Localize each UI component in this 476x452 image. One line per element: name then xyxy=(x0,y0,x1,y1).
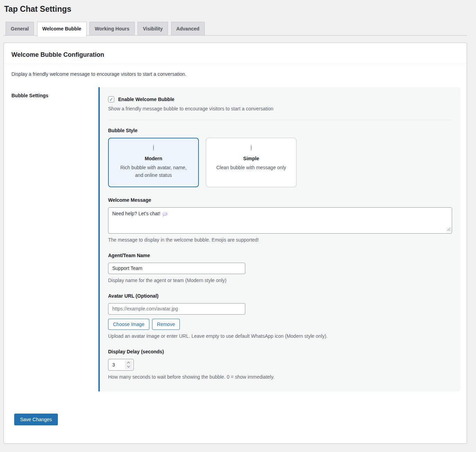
section-title: Welcome Bubble Configuration xyxy=(11,51,459,58)
enable-welcome-bubble-label: Enable Welcome Bubble xyxy=(118,97,174,102)
agent-name-help: Display name for the agent or team (Mode… xyxy=(108,278,452,283)
tab-working-hours[interactable]: Working Hours xyxy=(89,22,134,36)
chevron-down-icon xyxy=(127,365,130,368)
section-description: Display a friendly welcome message to en… xyxy=(4,64,467,77)
radio-modern-icon xyxy=(153,145,154,151)
agent-name-field: Agent/Team Name Display name for the age… xyxy=(108,253,452,283)
tab-welcome-bubble[interactable]: Welcome Bubble xyxy=(37,22,87,37)
style-option-description: Clean bubble with message only xyxy=(214,164,289,171)
radio-simple-icon xyxy=(251,145,252,151)
welcome-message-textarea[interactable]: Need help? Let's chat! xyxy=(108,207,452,234)
resize-grip-icon[interactable] xyxy=(447,227,451,232)
choose-image-button[interactable]: Choose Image xyxy=(108,319,149,330)
avatar-url-field: Avatar URL (Optional) Choose Image Remov… xyxy=(108,293,452,339)
welcome-message-value: Need help? Let's chat! xyxy=(112,211,160,216)
style-option-description: Rich bubble with avatar, name, and onlin… xyxy=(116,164,191,179)
display-delay-value: 3 xyxy=(108,362,115,368)
bubble-settings-panel: Enable Welcome Bubble Show a friendly me… xyxy=(98,87,460,391)
avatar-url-help: Upload an avatar image or enter URL. Lea… xyxy=(108,333,452,339)
number-spinner[interactable] xyxy=(125,360,132,369)
agent-name-input[interactable] xyxy=(108,263,245,274)
settings-row: Bubble Settings Enable Welcome Bubble Sh… xyxy=(4,87,467,391)
admin-page: Tap Chat Settings General Welcome Bubble… xyxy=(0,0,476,444)
tab-advanced[interactable]: Advanced xyxy=(171,22,205,36)
welcome-message-field: Welcome Message Need help? Let's chat! T… xyxy=(108,197,452,243)
remove-image-button[interactable]: Remove xyxy=(152,319,180,330)
bubble-style-options: Modern Rich bubble with avatar, name, an… xyxy=(108,138,452,187)
enable-description: Show a friendly message bubble to encour… xyxy=(108,106,452,111)
avatar-url-label: Avatar URL (Optional) xyxy=(108,293,452,299)
enable-welcome-bubble-checkbox[interactable] xyxy=(108,96,114,102)
card-header: Welcome Bubble Configuration xyxy=(4,43,467,64)
avatar-url-input[interactable] xyxy=(108,303,245,315)
avatar-buttons: Choose Image Remove xyxy=(108,319,452,330)
settings-card: Welcome Bubble Configuration Display a f… xyxy=(3,43,467,444)
display-delay-label: Display Delay (seconds) xyxy=(108,349,452,354)
style-option-simple[interactable]: Simple Clean bubble with message only xyxy=(206,138,297,187)
welcome-message-help: The message to display in the welcome bu… xyxy=(108,237,452,243)
save-changes-button[interactable]: Save Changes xyxy=(14,414,58,425)
speech-balloon-emoji xyxy=(162,212,168,216)
row-label: Bubble Settings xyxy=(11,87,98,391)
enable-welcome-bubble-row: Enable Welcome Bubble xyxy=(108,96,452,102)
style-option-title: Modern xyxy=(116,156,191,161)
display-delay-input[interactable]: 3 xyxy=(108,359,134,371)
tab-visibility[interactable]: Visibility xyxy=(138,22,168,36)
divider xyxy=(108,120,452,120)
tab-general[interactable]: General xyxy=(6,22,34,36)
style-option-title: Simple xyxy=(214,156,289,161)
bubble-style-label: Bubble Style xyxy=(108,128,452,133)
welcome-message-label: Welcome Message xyxy=(108,197,452,203)
style-option-modern[interactable]: Modern Rich bubble with avatar, name, an… xyxy=(108,138,199,187)
display-delay-help: How many seconds to wait before showing … xyxy=(108,374,452,380)
page-title: Tap Chat Settings xyxy=(3,0,467,15)
settings-tabs: General Welcome Bubble Working Hours Vis… xyxy=(3,22,467,36)
display-delay-field: Display Delay (seconds) 3 How many secon… xyxy=(108,349,452,380)
agent-name-label: Agent/Team Name xyxy=(108,253,452,258)
